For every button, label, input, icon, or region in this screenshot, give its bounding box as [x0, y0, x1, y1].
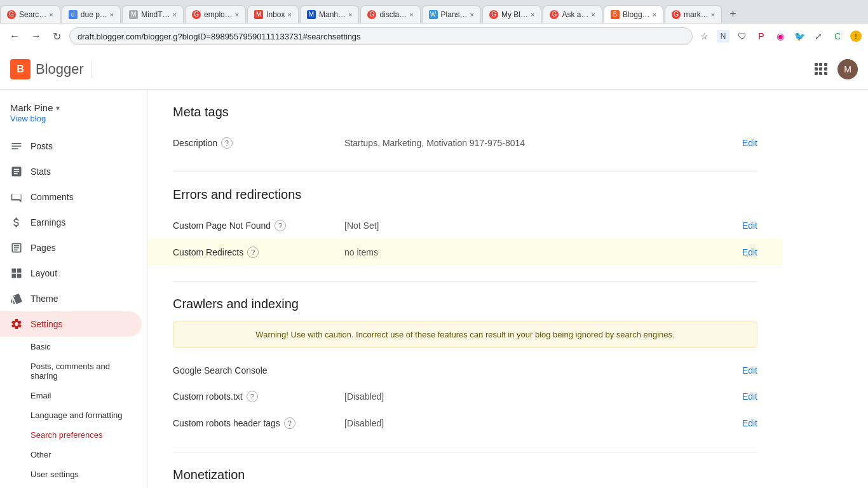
sub-nav-email-label: Email	[31, 391, 51, 400]
tab-favicon-11: B	[611, 10, 620, 19]
sub-nav-search-preferences[interactable]: Search preferences	[0, 425, 147, 445]
custom-robots-txt-label-text: Custom robots.txt	[173, 391, 243, 402]
extension-icon-4[interactable]: ◉	[774, 30, 787, 43]
google-apps-icon[interactable]	[815, 63, 827, 76]
tab-label-1: Searc…	[19, 10, 46, 19]
extension-icon-5[interactable]: 🐦	[793, 30, 806, 43]
forward-button[interactable]: →	[28, 29, 44, 43]
tab-close-4[interactable]: ×	[233, 11, 239, 18]
sidebar-item-settings[interactable]: Settings	[0, 311, 142, 337]
address-bar[interactable]: draft.blogger.com/blogger.g?blogID=89895…	[69, 27, 693, 45]
tab-5[interactable]: M Inbox ×	[247, 5, 299, 23]
tab-favicon-1: G	[7, 10, 16, 19]
user-avatar[interactable]: M	[837, 59, 858, 79]
tab-close-5[interactable]: ×	[285, 11, 292, 18]
custom-page-not-found-help-icon[interactable]: ?	[275, 220, 286, 231]
description-row: Description ? Startups, Marketing, Motiv…	[173, 130, 757, 156]
tab-6[interactable]: M Manh… ×	[300, 5, 359, 23]
tab-close-9[interactable]: ×	[528, 11, 534, 18]
tab-close-12[interactable]: ×	[709, 11, 715, 18]
sidebar-item-pages[interactable]: Pages	[0, 235, 142, 261]
sub-nav-posts-comments[interactable]: Posts, comments and sharing	[0, 356, 147, 386]
tab-close-10[interactable]: ×	[588, 11, 595, 18]
extension-icon-8[interactable]: !	[850, 30, 862, 42]
extension-icon-1[interactable]: N	[717, 30, 729, 43]
blogger-app-name: Blogger	[36, 61, 84, 78]
description-value: Startups, Marketing, Motivation 917-975-…	[344, 138, 742, 148]
tab-8[interactable]: W Plans… ×	[422, 5, 481, 23]
custom-redirects-label-text: Custom Redirects	[173, 247, 243, 257]
extension-icon-7[interactable]: C	[831, 30, 844, 43]
google-search-console-row: Google Search Console Edit	[173, 358, 757, 383]
tab-favicon-6: M	[307, 10, 316, 19]
sub-nav-email[interactable]: Email	[0, 386, 147, 405]
user-dropdown-arrow: ▾	[56, 104, 60, 112]
tab-close-6[interactable]: ×	[346, 11, 352, 18]
sub-nav-basic[interactable]: Basic	[0, 337, 147, 356]
sidebar-item-earnings[interactable]: Earnings	[0, 210, 142, 235]
sidebar: Mark Pine ▾ View blog Posts Stats	[0, 90, 147, 488]
custom-page-not-found-label-text: Custom Page Not Found	[173, 220, 271, 231]
tab-7[interactable]: G discla… ×	[360, 5, 420, 23]
header-divider	[92, 60, 92, 78]
tab-9[interactable]: G My Bl… ×	[482, 5, 541, 23]
extension-icon-2[interactable]: 🛡	[736, 30, 749, 43]
extension-icon-6[interactable]: ⤢	[812, 30, 825, 43]
layout-icon	[10, 267, 23, 280]
monetization-title: Monetization	[173, 468, 757, 482]
custom-redirects-edit-link[interactable]: Edit	[742, 247, 757, 257]
custom-redirects-help-icon[interactable]: ?	[247, 247, 259, 258]
tab-2[interactable]: d due p… ×	[62, 5, 121, 23]
tab-close-8[interactable]: ×	[468, 11, 474, 18]
tab-11[interactable]: B Blogg… ×	[604, 5, 663, 23]
tab-favicon-7: G	[367, 10, 376, 19]
description-edit-link[interactable]: Edit	[742, 138, 757, 148]
tab-favicon-3: M	[129, 10, 138, 19]
reload-button[interactable]: ↻	[50, 29, 64, 44]
description-help-icon[interactable]: ?	[221, 137, 233, 149]
sub-nav-user-settings[interactable]: User settings	[0, 464, 147, 484]
tab-close-7[interactable]: ×	[407, 11, 413, 18]
back-button[interactable]: ←	[6, 29, 23, 43]
bookmark-icon[interactable]: ☆	[698, 30, 710, 43]
tab-1[interactable]: G Searc… ×	[0, 5, 60, 23]
sub-nav-basic-label: Basic	[31, 342, 51, 351]
sidebar-item-layout[interactable]: Layout	[0, 261, 142, 286]
tab-close-1[interactable]: ×	[46, 11, 53, 18]
custom-redirects-row: Custom Redirects ? no items Edit	[147, 239, 783, 266]
custom-robots-header-tags-label-text: Custom robots header tags	[173, 418, 280, 428]
address-text: draft.blogger.com/blogger.g?blogID=89895…	[78, 32, 361, 41]
sidebar-item-posts-label: Posts	[31, 141, 53, 151]
custom-robots-header-tags-help-icon[interactable]: ?	[284, 417, 295, 429]
sub-nav-other[interactable]: Other	[0, 445, 147, 464]
crawlers-indexing-title: Crawlers and indexing	[173, 297, 757, 311]
stats-icon	[10, 165, 23, 178]
tab-close-2[interactable]: ×	[107, 11, 114, 18]
posts-icon	[10, 140, 23, 152]
user-name[interactable]: Mark Pine ▾	[10, 102, 137, 113]
custom-robots-txt-edit-link[interactable]: Edit	[742, 391, 757, 402]
custom-robots-txt-help-icon[interactable]: ?	[247, 391, 258, 402]
tab-10[interactable]: G Ask a… ×	[543, 5, 602, 23]
tab-close-11[interactable]: ×	[650, 11, 656, 18]
tab-12[interactable]: G mark… ×	[665, 5, 722, 23]
sidebar-item-comments[interactable]: Comments	[0, 184, 142, 210]
custom-robots-header-tags-edit-link[interactable]: Edit	[742, 418, 757, 428]
new-tab-button[interactable]: +	[723, 8, 743, 21]
sidebar-item-theme[interactable]: Theme	[0, 286, 142, 311]
tab-close-3[interactable]: ×	[170, 11, 177, 18]
custom-page-not-found-edit-link[interactable]: Edit	[742, 220, 757, 231]
tab-4[interactable]: G emplo… ×	[185, 5, 246, 23]
extension-icon-3[interactable]: P	[755, 30, 768, 43]
sidebar-item-posts[interactable]: Posts	[0, 133, 142, 159]
sub-nav-language[interactable]: Language and formatting	[0, 405, 147, 425]
tab-label-10: Ask a…	[562, 10, 588, 19]
view-blog-link[interactable]: View blog	[10, 114, 46, 123]
user-section: Mark Pine ▾ View blog	[0, 97, 147, 133]
google-search-console-edit-link[interactable]: Edit	[742, 365, 757, 376]
tab-3[interactable]: M MindT… ×	[122, 5, 184, 23]
sidebar-item-stats[interactable]: Stats	[0, 159, 142, 184]
address-bar-row: ← → ↻ draft.blogger.com/blogger.g?blogID…	[0, 23, 868, 49]
theme-icon	[10, 292, 23, 305]
errors-redirections-title: Errors and redirections	[173, 187, 757, 202]
